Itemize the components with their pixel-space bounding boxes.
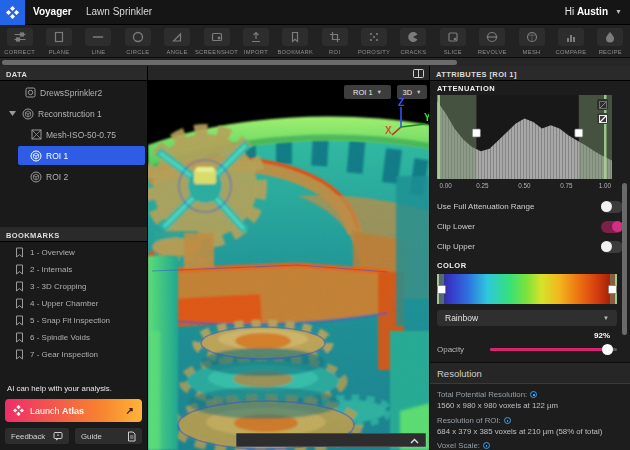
horizontal-scrollbar-thumb[interactable] xyxy=(2,60,457,65)
vertical-scrollbar[interactable] xyxy=(617,66,630,450)
tool-circle[interactable]: CIRCLE xyxy=(118,25,157,57)
bookmark-icon xyxy=(13,247,25,258)
tool-slice[interactable]: SLICE xyxy=(433,25,472,57)
cracks-icon xyxy=(400,28,426,46)
tool-recipe[interactable]: RECIPE xyxy=(591,25,630,57)
horizontal-scrollbar[interactable] xyxy=(0,58,630,66)
attributes-panel: ATTRIBUTES [ROI 1] ATTENUATION xyxy=(430,66,630,450)
compare-icon xyxy=(558,28,584,46)
attenuation-histogram[interactable] xyxy=(437,95,612,179)
tool-plane[interactable]: PLANE xyxy=(39,25,78,57)
scan-icon xyxy=(24,87,36,98)
bookmark-icon xyxy=(282,28,308,46)
bookmark-item-6[interactable]: 6 - Spindle Voids xyxy=(0,329,148,346)
chevron-down-icon[interactable]: ▼ xyxy=(615,8,622,15)
user-menu[interactable]: Hi Austin xyxy=(565,6,608,17)
tool-compare[interactable]: COMPARE xyxy=(551,25,590,57)
colormap-dropdown[interactable]: Rainbow ▼ xyxy=(437,310,617,326)
tree-item-reconstruction-1[interactable]: Reconstruction 1 xyxy=(0,103,148,124)
launch-atlas-button[interactable]: Launch Atlas ↗ xyxy=(5,399,142,422)
resolution-entry-value: 1560 x 980 x 980 voxels at 122 µm xyxy=(437,401,558,410)
bookmark-icon xyxy=(13,281,25,292)
data-sidebar: DATA DrewsSprinkler2 Reconstruction 1 Me… xyxy=(0,66,148,450)
app-title: Voyager xyxy=(33,6,72,17)
log-scale-icon[interactable] xyxy=(597,113,608,124)
arrow-up-right-icon: ↗ xyxy=(126,405,134,416)
vertical-scrollbar-thumb[interactable] xyxy=(622,183,627,335)
opacity-slider-thumb[interactable] xyxy=(602,344,613,355)
resolution-entry-label: Total Potential Resolution: xyxy=(437,390,537,399)
tree-item-roi-2[interactable]: ROI 2 xyxy=(0,166,148,187)
bookmark-item-2[interactable]: 2 - Internals xyxy=(0,261,148,278)
main-area: DATA DrewsSprinkler2 Reconstruction 1 Me… xyxy=(0,66,630,450)
tool-cracks[interactable]: CRACKS xyxy=(394,25,433,57)
tool-mesh[interactable]: MESH xyxy=(512,25,551,57)
bookmark-item-4[interactable]: 4 - Upper Chamber xyxy=(0,295,148,312)
roi-selector-dropdown[interactable]: ROI 1 ▼ xyxy=(344,85,391,99)
colormap-right-handle[interactable] xyxy=(608,285,617,294)
main-toolbar: CORRECT PLANE LINE CIRCLE ANGLE SCREENSH… xyxy=(0,25,630,58)
tree-item-drewssprinkler2[interactable]: DrewsSprinkler2 xyxy=(0,82,148,103)
chevron-up-icon[interactable] xyxy=(410,438,419,444)
revolve-icon xyxy=(479,28,505,46)
project-name[interactable]: Lawn Sprinkler xyxy=(86,6,152,17)
opacity-value: 92% xyxy=(437,331,610,340)
top-bar: Voyager Lawn Sprinkler Hi Austin ▼ xyxy=(0,0,630,25)
bookmark-icon xyxy=(13,298,25,309)
svg-text:Z: Z xyxy=(398,98,404,108)
tree-item-mesh-iso[interactable]: Mesh-ISO-50-0.75 xyxy=(0,124,148,145)
tool-import[interactable]: IMPORT xyxy=(236,25,275,57)
tool-bookmark[interactable]: BOOKMARK xyxy=(276,25,315,57)
split-pane-icon[interactable] xyxy=(413,69,424,78)
bookmark-icon xyxy=(13,332,25,343)
bookmark-item-3[interactable]: 3 - 3D Cropping xyxy=(0,278,148,295)
mesh-icon xyxy=(519,28,545,46)
resolution-entry-label: Resolution of ROI: xyxy=(437,416,511,425)
resolution-entry-label: Voxel Scale: xyxy=(437,441,490,450)
bookmark-item-7[interactable]: 7 - Gear Inspection xyxy=(0,346,148,363)
voyager-logo-icon[interactable] xyxy=(0,0,25,25)
linear-scale-icon[interactable] xyxy=(597,99,608,110)
volume-icon xyxy=(30,150,42,162)
guide-button[interactable]: Guide xyxy=(75,428,142,444)
attenuation-axis-ticks: 0.00 0.25 0.50 0.75 1.00 xyxy=(437,182,612,191)
tree-item-roi-1-selected[interactable]: ROI 1 xyxy=(0,145,148,166)
tool-revolve[interactable]: REVOLVE xyxy=(473,25,512,57)
info-icon[interactable] xyxy=(530,391,537,398)
tool-porosity[interactable]: POROSITY xyxy=(354,25,393,57)
guide-document-icon xyxy=(127,431,136,442)
tool-correct[interactable]: CORRECT xyxy=(0,25,39,57)
view-mode-dropdown[interactable]: 3D ▼ xyxy=(397,85,427,99)
resolution-section-header: Resolution xyxy=(430,362,630,384)
volume-icon xyxy=(30,171,42,183)
axis-gizmo[interactable]: Z Y X xyxy=(384,98,430,144)
colormap-gradient-bar[interactable] xyxy=(437,274,617,304)
data-panel-header: DATA xyxy=(0,66,147,81)
chevron-down-icon[interactable] xyxy=(6,111,18,116)
info-icon[interactable] xyxy=(483,442,490,449)
tool-line[interactable]: LINE xyxy=(79,25,118,57)
colormap-left-handle[interactable] xyxy=(437,285,446,294)
render-viewport[interactable]: ROI 1 ▼ 3D ▼ Z Y X xyxy=(148,66,430,450)
opacity-slider[interactable] xyxy=(490,348,617,351)
tool-angle[interactable]: ANGLE xyxy=(158,25,197,57)
viewport-collapsed-tray[interactable] xyxy=(236,433,426,447)
color-label: COLOR xyxy=(437,261,467,270)
bookmark-icon xyxy=(13,349,25,360)
chevron-down-icon: ▼ xyxy=(377,89,382,95)
import-icon xyxy=(243,28,269,46)
volume-icon xyxy=(22,108,34,120)
feedback-bubble-icon xyxy=(53,431,63,441)
bookmark-item-5[interactable]: 5 - Snap Fit Inspection xyxy=(0,312,148,329)
info-icon[interactable] xyxy=(504,417,511,424)
sliders-icon xyxy=(7,28,33,46)
screenshot-icon xyxy=(204,28,230,46)
tool-screenshot[interactable]: SCREENSHOT xyxy=(197,25,236,57)
toggle-row-clip-lower: Clip Lower xyxy=(437,220,623,233)
bookmark-item-1[interactable]: 1 - Overview xyxy=(0,244,148,261)
line-icon xyxy=(85,28,111,46)
voyager-app: Voyager Lawn Sprinkler Hi Austin ▼ CORRE… xyxy=(0,0,630,450)
tool-roi[interactable]: ROI xyxy=(315,25,354,57)
slice-icon xyxy=(440,28,466,46)
feedback-button[interactable]: Feedback xyxy=(5,428,69,444)
